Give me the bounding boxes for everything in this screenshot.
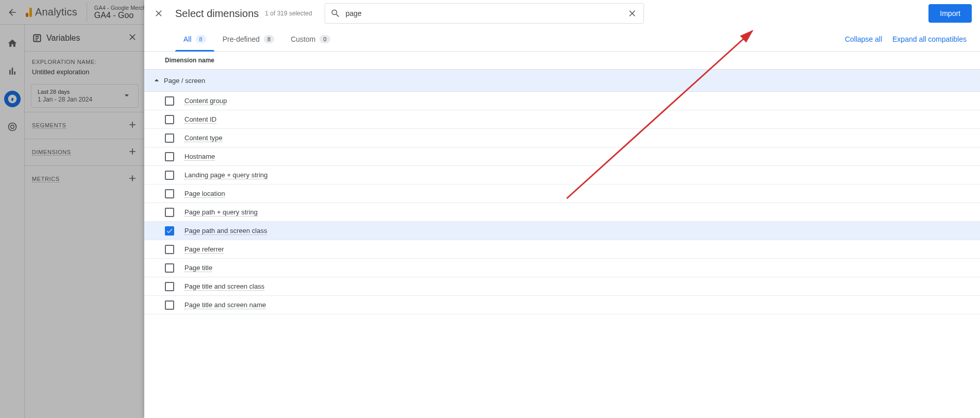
dimension-checkbox[interactable] (165, 152, 174, 161)
clear-search-button[interactable] (626, 7, 638, 20)
check-icon (166, 227, 173, 235)
dimension-checkbox[interactable] (165, 226, 174, 236)
dimension-row[interactable]: Page title (144, 259, 980, 277)
dimension-row[interactable]: Content type (144, 129, 980, 147)
tab-custom-count: 0 (319, 35, 330, 43)
tab-all-count: 8 (196, 35, 206, 43)
dimension-checkbox[interactable] (165, 263, 174, 273)
dimension-name: Content group (184, 97, 227, 105)
dimension-row[interactable]: Content group (144, 92, 980, 110)
close-icon (627, 8, 637, 19)
dimension-checkbox[interactable] (165, 245, 174, 254)
tabs-row: All 8 Pre-defined 8 Custom 0 Collapse al… (144, 27, 980, 52)
dimension-checkbox[interactable] (165, 282, 174, 291)
dimension-row[interactable]: Page referrer (144, 240, 980, 259)
dimension-name: Page path and screen class (184, 227, 267, 235)
search-box[interactable] (325, 3, 644, 24)
modal-title: Select dimensions (175, 8, 259, 20)
dimension-checkbox[interactable] (165, 300, 174, 310)
modal-subtitle: 1 of 319 selected (265, 10, 312, 17)
tab-custom-label: Custom (291, 35, 315, 43)
dimension-name: Page path + query string (184, 208, 258, 216)
group-label: Page / screen (164, 77, 205, 85)
dimension-name: Page title and screen class (184, 282, 264, 291)
dimension-name: Landing page + query string (184, 171, 268, 179)
expand-compatibles-button[interactable]: Expand all compatibles (887, 35, 972, 43)
chevron-up-icon (151, 75, 162, 86)
dimension-row[interactable]: Page path and screen class (144, 222, 980, 240)
tab-predefined[interactable]: Pre-defined 8 (214, 27, 283, 51)
tab-predefined-label: Pre-defined (223, 35, 260, 43)
modal-header: Select dimensions 1 of 319 selected Impo… (144, 0, 980, 27)
search-input[interactable] (341, 9, 626, 18)
dimension-row[interactable]: Page location (144, 185, 980, 203)
dimension-name: Page title (184, 264, 212, 272)
close-icon (154, 8, 164, 19)
dimension-name: Content type (184, 134, 223, 142)
dimension-checkbox[interactable] (165, 171, 174, 180)
search-icon (330, 8, 341, 19)
dimension-name: Content ID (184, 115, 216, 124)
dimension-checkbox[interactable] (165, 133, 174, 143)
dimension-name: Page referrer (184, 245, 224, 254)
dimension-checkbox[interactable] (165, 115, 174, 124)
dimension-checkbox[interactable] (165, 208, 174, 217)
dimension-row[interactable]: Page path + query string (144, 203, 980, 222)
dimension-group-row[interactable]: Page / screen (144, 69, 980, 92)
dimension-row[interactable]: Hostname (144, 147, 980, 166)
tab-all-label: All (183, 35, 192, 43)
select-dimensions-modal: Select dimensions 1 of 319 selected Impo… (144, 0, 980, 418)
dimension-checkbox[interactable] (165, 96, 174, 106)
modal-close-button[interactable] (148, 3, 169, 24)
tab-custom[interactable]: Custom 0 (282, 27, 338, 51)
dimension-name: Page title and screen name (184, 301, 266, 309)
dimension-row[interactable]: Landing page + query string (144, 166, 980, 185)
dimension-name: Page location (184, 190, 225, 198)
collapse-all-button[interactable]: Collapse all (840, 35, 887, 43)
dimension-row[interactable]: Page title and screen class (144, 277, 980, 296)
dimension-list: Content groupContent IDContent typeHostn… (144, 92, 980, 314)
dimension-row[interactable]: Content ID (144, 110, 980, 129)
dimension-checkbox[interactable] (165, 189, 174, 198)
tab-predefined-count: 8 (264, 35, 274, 43)
dimension-row[interactable]: Page title and screen name (144, 296, 980, 314)
import-button[interactable]: Import (928, 4, 972, 23)
tab-all[interactable]: All 8 (175, 27, 214, 51)
dimension-name: Hostname (184, 153, 215, 161)
column-header: Dimension name (144, 52, 980, 69)
